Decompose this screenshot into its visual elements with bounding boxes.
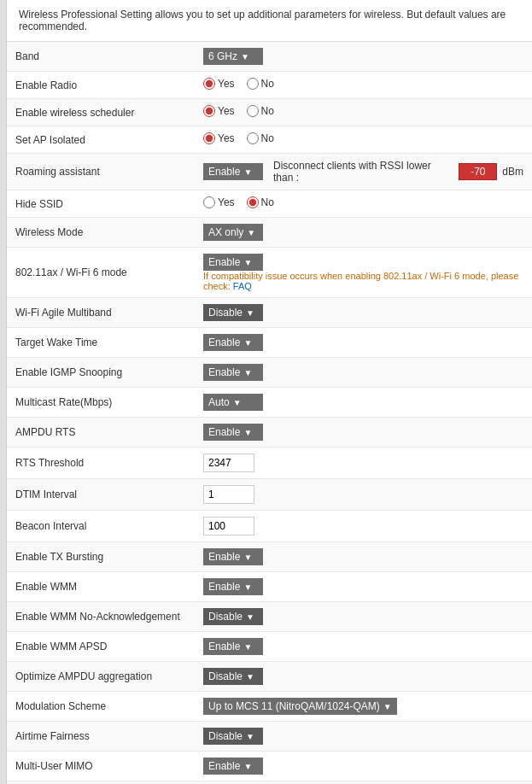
table-row: Wi-Fi Agile MultibandDisable▼ — [7, 298, 532, 328]
row-value-enableWMM: Enable▼ — [195, 572, 532, 602]
row-label-rtsThreshold: RTS Threshold — [7, 448, 195, 479]
dropdown-arrow: ▼ — [241, 52, 249, 61]
row-value-multiUserMIMO: Enable▼ — [195, 752, 532, 781]
setAPIsolated-yes-radio[interactable] — [203, 132, 215, 144]
table-row: Modulation SchemeUp to MCS 11 (NitroQAM/… — [7, 692, 532, 722]
hideSSID-yes-label[interactable]: Yes — [203, 196, 235, 208]
table-row: Hide SSID Yes No — [7, 190, 532, 218]
enableWMM-dropdown[interactable]: Enable▼ — [203, 578, 263, 595]
setAPIsolated-yes-label[interactable]: Yes — [203, 132, 235, 144]
table-row: Optimize AMPDU aggregationDisable▼ — [7, 662, 532, 692]
beaconInterval-input[interactable] — [203, 517, 254, 535]
hideSSID-yes-radio[interactable] — [203, 196, 215, 208]
top-note: Wireless Professional Setting allows you… — [7, 0, 532, 42]
row-label-airtimeFairness: Airtime Fairness — [7, 722, 195, 752]
roaming-dropdown[interactable]: Enable▼ — [203, 163, 263, 180]
enableRadio-no-label[interactable]: No — [247, 78, 274, 90]
enableWMMAPSD-dropdown[interactable]: Enable▼ — [203, 638, 263, 655]
hideSSID-no-radio[interactable] — [247, 196, 259, 208]
table-row: Enable Radio Yes No — [7, 72, 532, 99]
row-value-roamingAssistant: Enable▼ Disconnect clients with RSSI low… — [195, 154, 532, 190]
enableWirelessScheduler-yes-label[interactable]: Yes — [203, 105, 235, 117]
roaming-container: Enable▼ Disconnect clients with RSSI low… — [203, 160, 523, 184]
row-value-ofdmaMUMIMO: DL/UL OFDMA + MU-MIMO▼ — [195, 781, 532, 785]
wifiAgileMultiband-dropdown[interactable]: Disable▼ — [203, 304, 263, 321]
row-label-enableWMM: Enable WMM — [7, 572, 195, 602]
setAPIsolated-no-radio[interactable] — [247, 132, 259, 144]
row-value-beaconInterval — [195, 511, 532, 542]
hideSSID-no-label[interactable]: No — [247, 196, 274, 208]
row-value-enableIGMPSnooping: Enable▼ — [195, 358, 532, 388]
table-row: Wireless ModeAX only▼ — [7, 218, 532, 248]
ampduRTS-dropdown[interactable]: Enable▼ — [203, 424, 263, 441]
setAPIsolated-no-label[interactable]: No — [247, 132, 274, 144]
dropdown-arrow: ▼ — [233, 398, 242, 407]
table-row: Band6 GHz▼ — [7, 42, 532, 72]
dropdown-arrow: ▼ — [243, 428, 252, 437]
airtimeFairness-dropdown[interactable]: Disable▼ — [203, 728, 263, 745]
row-label-enableWMMNoAck: Enable WMM No-Acknowledgement — [7, 602, 195, 632]
enableTXBursting-dropdown[interactable]: Enable▼ — [203, 548, 263, 565]
row-label-wifi6mode: 802.11ax / Wi-Fi 6 mode — [7, 248, 195, 298]
row-value-enableWMMAPSD: Enable▼ — [195, 632, 532, 662]
enableIGMPSnooping-dropdown[interactable]: Enable▼ — [203, 364, 263, 381]
row-value-airtimeFairness: Disable▼ — [195, 722, 532, 752]
dropdown-arrow: ▼ — [243, 368, 252, 377]
row-value-optimizeAMPDU: Disable▼ — [195, 662, 532, 692]
dropdown-arrow: ▼ — [246, 612, 254, 622]
enableRadio-yes-label[interactable]: Yes — [203, 78, 235, 90]
table-row: Enable WMM No-AcknowledgementDisable▼ — [7, 602, 532, 632]
dropdown-arrow: ▼ — [243, 553, 252, 562]
enableRadio-yes-radio[interactable] — [203, 78, 215, 90]
table-row: Multicast Rate(Mbps)Auto▼ — [7, 388, 532, 418]
dropdown-arrow: ▼ — [243, 338, 252, 348]
row-label-roamingAssistant: Roaming assistant — [7, 154, 195, 190]
targetWakeTime-dropdown[interactable]: Enable▼ — [203, 334, 263, 351]
table-row: 802.11ax / Wi-Fi 6 modeEnable▼If compati… — [7, 248, 532, 298]
table-row: DTIM Interval — [7, 479, 532, 511]
rssi-unit: dBm — [502, 166, 523, 178]
row-label-hideSSID: Hide SSID — [7, 190, 195, 218]
row-label-band: Band — [7, 42, 195, 72]
wirelessMode-dropdown[interactable]: AX only▼ — [203, 224, 263, 241]
enableWMMNoAck-dropdown[interactable]: Disable▼ — [203, 608, 263, 625]
row-label-modulationScheme: Modulation Scheme — [7, 692, 195, 722]
multicastRate-dropdown[interactable]: Auto▼ — [203, 394, 263, 411]
table-row: Beacon Interval — [7, 511, 532, 542]
row-value-modulationScheme: Up to MCS 11 (NitroQAM/1024-QAM)▼ — [195, 692, 532, 722]
table-row: Set AP Isolated Yes No — [7, 126, 532, 154]
row-label-ampduRTS: AMPDU RTS — [7, 418, 195, 448]
row-label-enableRadio: Enable Radio — [7, 72, 195, 99]
row-label-enableTXBursting: Enable TX Bursting — [7, 542, 195, 572]
wifi6mode-dropdown[interactable]: Enable▼ — [203, 254, 263, 271]
band-dropdown[interactable]: 6 GHz▼ — [203, 48, 263, 65]
row-label-wifiAgileMultiband: Wi-Fi Agile Multiband — [7, 298, 195, 328]
rtsThreshold-input[interactable] — [203, 453, 254, 472]
modulationScheme-dropdown[interactable]: Up to MCS 11 (NitroQAM/1024-QAM)▼ — [203, 698, 397, 715]
table-row: Enable IGMP SnoopingEnable▼ — [7, 358, 532, 388]
faq-link[interactable]: FAQ — [233, 281, 252, 291]
enableWirelessScheduler-yes-radio[interactable] — [203, 105, 215, 117]
multiUserMIMO-dropdown[interactable]: Enable▼ — [203, 758, 263, 775]
row-value-hideSSID: Yes No — [195, 190, 532, 218]
row-label-ofdmaMUMIMO: OFDMA/802.11ax MU-MIMO — [7, 781, 195, 785]
dropdown-arrow: ▼ — [243, 762, 252, 771]
wifi6-container: Enable▼If compatibility issue occurs whe… — [203, 254, 523, 291]
table-row: Enable TX BurstingEnable▼ — [7, 542, 532, 572]
row-label-wirelessMode: Wireless Mode — [7, 218, 195, 248]
table-row: OFDMA/802.11ax MU-MIMODL/UL OFDMA + MU-M… — [7, 781, 532, 785]
dtimInterval-input[interactable] — [203, 485, 254, 504]
enableWirelessScheduler-no-label[interactable]: No — [247, 105, 274, 117]
dropdown-arrow: ▼ — [246, 308, 254, 318]
dropdown-arrow: ▼ — [247, 228, 255, 237]
optimizeAMPDU-dropdown[interactable]: Disable▼ — [203, 668, 263, 685]
table-row: Enable WMMEnable▼ — [7, 572, 532, 602]
row-label-multicastRate: Multicast Rate(Mbps) — [7, 388, 195, 418]
row-value-enableWMMNoAck: Disable▼ — [195, 602, 532, 632]
rssi-input[interactable] — [459, 163, 497, 180]
enableRadio-no-radio[interactable] — [247, 78, 259, 90]
row-label-beaconInterval: Beacon Interval — [7, 511, 195, 542]
enableWirelessScheduler-no-radio[interactable] — [247, 105, 259, 117]
row-value-rtsThreshold — [195, 448, 532, 479]
table-row: Multi-User MIMOEnable▼ — [7, 752, 532, 781]
